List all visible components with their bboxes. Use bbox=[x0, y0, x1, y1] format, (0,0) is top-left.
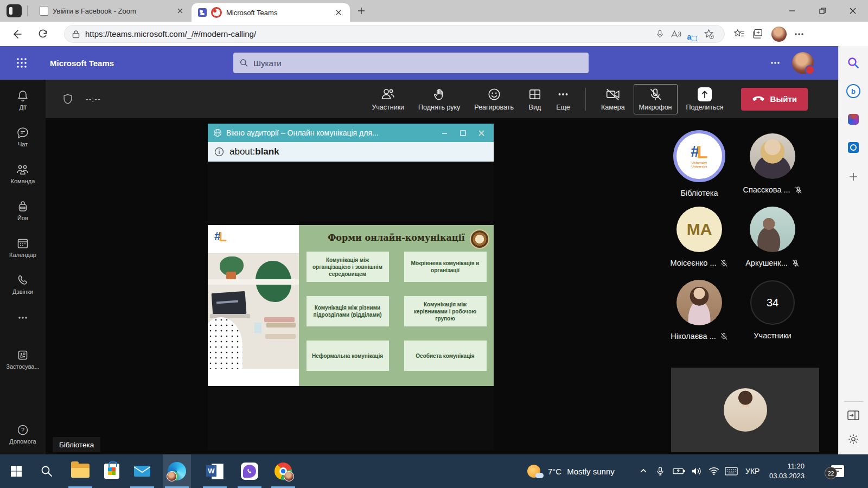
camera-off-icon bbox=[605, 87, 621, 101]
search-icon bbox=[40, 465, 53, 478]
teams-search-bar[interactable] bbox=[233, 53, 589, 73]
leave-call-button[interactable]: Выйти bbox=[741, 88, 808, 111]
rail-item-teams[interactable]: Команда bbox=[0, 163, 46, 184]
viber-button[interactable] bbox=[235, 454, 264, 488]
taskbar-search-button[interactable] bbox=[33, 454, 61, 488]
raise-hand-button[interactable]: Поднять руку bbox=[413, 84, 465, 114]
tray-mic-icon[interactable] bbox=[656, 454, 664, 488]
rail-item-help[interactable]: ? Допомога bbox=[0, 423, 46, 445]
rail-item-apps[interactable]: Застосува... bbox=[0, 349, 46, 370]
info-icon bbox=[214, 147, 224, 157]
react-button[interactable]: Реагировать bbox=[469, 84, 519, 114]
bing-chat-icon[interactable]: b bbox=[846, 84, 860, 98]
desk-photo bbox=[208, 253, 299, 369]
participant-tile-moisieienko[interactable]: МА Моісеєнко ... bbox=[662, 207, 736, 267]
participant-tile-arkushenko[interactable]: Аркушенк... bbox=[736, 207, 809, 267]
shared-window-addressbar[interactable]: about:blank bbox=[208, 142, 494, 162]
taskbar-clock[interactable]: 11:20 03.03.2023 bbox=[769, 454, 805, 488]
back-icon[interactable] bbox=[8, 25, 26, 43]
tray-wifi-icon[interactable] bbox=[709, 454, 719, 488]
sidebar-settings-icon[interactable] bbox=[846, 432, 860, 446]
participant-avatar bbox=[676, 280, 722, 325]
participant-tile-library[interactable]: #L Ushynsky University Бібліотека bbox=[662, 130, 736, 197]
slide-box: Неформальна комунікація bbox=[307, 341, 389, 371]
more-button[interactable]: Еще bbox=[551, 84, 576, 114]
rail-item-assignments[interactable]: Йов bbox=[0, 200, 46, 221]
minimize-icon[interactable] bbox=[437, 126, 451, 140]
translate-icon[interactable]: a bbox=[684, 27, 700, 41]
sidebar-search-icon[interactable] bbox=[846, 56, 860, 70]
app-launcher-icon[interactable] bbox=[10, 51, 34, 75]
mic-button[interactable]: Микрофон bbox=[634, 84, 678, 114]
shared-window[interactable]: Вікно аудиторії – Онлайн комунікація для… bbox=[208, 124, 494, 450]
url-text[interactable]: https://teams.microsoft.com/_/#/modern-c… bbox=[85, 29, 652, 38]
add-sidebar-item-icon[interactable] bbox=[846, 170, 860, 184]
close-tab-icon[interactable] bbox=[334, 8, 343, 17]
language-indicator[interactable]: УКР bbox=[745, 454, 760, 488]
favorites-bar-icon[interactable] bbox=[733, 29, 745, 39]
microsoft-store-button[interactable] bbox=[98, 454, 126, 488]
restore-button[interactable] bbox=[807, 0, 838, 22]
minimize-button[interactable] bbox=[777, 0, 807, 22]
teams-more-icon[interactable] bbox=[770, 61, 780, 65]
maximize-icon[interactable] bbox=[456, 126, 470, 140]
tray-expand-icon[interactable] bbox=[639, 454, 648, 488]
taskbar-weather[interactable]: 7°C Mostly sunny bbox=[527, 454, 615, 488]
tray-battery-icon[interactable] bbox=[673, 454, 686, 488]
teams-profile-avatar[interactable] bbox=[792, 52, 814, 74]
globe-icon bbox=[213, 129, 222, 137]
new-tab-button[interactable] bbox=[353, 3, 369, 19]
start-button[interactable] bbox=[2, 454, 30, 488]
participant-tile-spasskova[interactable]: Спасскова ... bbox=[736, 133, 809, 194]
tab-facebook-zoom[interactable]: Увійти в Facebook - Zoom bbox=[33, 0, 192, 22]
clock-date: 03.03.2023 bbox=[769, 471, 805, 481]
word-button[interactable]: W bbox=[201, 454, 229, 488]
self-view-tile[interactable] bbox=[671, 368, 819, 452]
mail-button[interactable] bbox=[128, 454, 156, 488]
camera-button[interactable]: Камера bbox=[596, 84, 630, 114]
voice-search-icon[interactable] bbox=[652, 27, 668, 41]
close-window-button[interactable] bbox=[838, 0, 868, 22]
rail-item-calendar[interactable]: Календар bbox=[0, 237, 46, 258]
browser-menu-icon[interactable] bbox=[794, 33, 804, 36]
microsoft-365-icon[interactable] bbox=[846, 112, 860, 126]
chat-icon bbox=[16, 126, 29, 139]
folder-icon bbox=[71, 464, 90, 479]
tray-keyboard-icon[interactable] bbox=[725, 454, 738, 488]
hang-up-icon bbox=[752, 96, 765, 102]
close-icon[interactable] bbox=[474, 126, 488, 140]
notification-center-button[interactable]: 22 bbox=[831, 454, 844, 488]
slide-box: Комунікація між органцізацією і зовнішні… bbox=[307, 252, 389, 282]
browser-profile-avatar[interactable] bbox=[771, 27, 787, 42]
tray-volume-icon[interactable] bbox=[691, 454, 702, 488]
participants-button[interactable]: Участники bbox=[366, 84, 410, 114]
refresh-icon[interactable] bbox=[34, 25, 52, 43]
participant-overflow-tile[interactable]: 34 Участники bbox=[736, 280, 809, 340]
browser-actions bbox=[733, 27, 804, 42]
participant-tile-nikolaieva[interactable]: Ніколаєва ... bbox=[662, 280, 736, 341]
sidebar-panel-icon[interactable] bbox=[846, 408, 860, 422]
teams-search-input[interactable] bbox=[252, 58, 582, 68]
file-explorer-button[interactable] bbox=[66, 454, 94, 488]
workspaces-icon[interactable] bbox=[7, 4, 22, 17]
collections-icon[interactable] bbox=[752, 29, 764, 40]
url-bar[interactable]: https://teams.microsoft.com/_/#/modern-c… bbox=[64, 25, 725, 43]
participants-icon bbox=[380, 87, 395, 101]
view-button[interactable]: Вид bbox=[522, 84, 547, 114]
page-icon bbox=[40, 6, 48, 16]
rail-item-chat[interactable]: Чат bbox=[0, 126, 46, 147]
share-button[interactable]: Поделиться bbox=[681, 84, 729, 114]
rail-item-more[interactable] bbox=[0, 316, 46, 319]
tab-teams[interactable]: Microsoft Teams bbox=[192, 3, 350, 22]
rail-item-activity[interactable]: Дії bbox=[0, 89, 46, 111]
close-tab-icon[interactable] bbox=[175, 6, 185, 16]
read-aloud-icon[interactable] bbox=[668, 27, 684, 41]
chrome-button[interactable] bbox=[269, 454, 297, 488]
word-icon: W bbox=[206, 463, 224, 480]
muted-mic-icon bbox=[794, 186, 802, 194]
slide-title: Форми онлайн-комунікації bbox=[299, 233, 494, 243]
add-favorite-icon[interactable] bbox=[700, 27, 717, 41]
edge-button[interactable] bbox=[163, 454, 191, 488]
outlook-icon[interactable] bbox=[846, 140, 860, 155]
rail-item-calls[interactable]: Дзвінки bbox=[0, 274, 46, 295]
